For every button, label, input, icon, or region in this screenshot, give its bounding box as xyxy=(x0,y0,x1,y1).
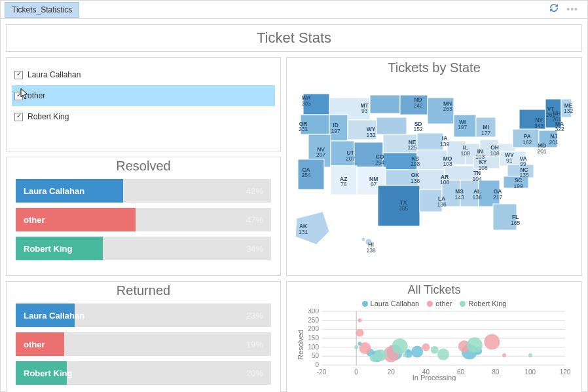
cursor-icon xyxy=(20,88,29,102)
legend: Laura Callahan other Robert King xyxy=(293,300,575,307)
svg-point-92 xyxy=(392,338,408,354)
chart-title: Resolved xyxy=(16,159,271,174)
us-map[interactable]: WA303MT93ND242MN263OR231ID197WY132SD152W… xyxy=(287,81,581,264)
bar-row[interactable]: Robert King 34% xyxy=(16,237,271,260)
scatter-plot[interactable]: 050100150200250300-20020406080100120In P… xyxy=(293,309,575,381)
state-label: PA162 xyxy=(523,134,532,145)
state-label: AL136 xyxy=(473,189,482,200)
state-label: TN104 xyxy=(473,170,482,182)
bar-row[interactable]: Robert King 20% xyxy=(16,361,271,385)
dashboard: Ticket Stats Laura Callahan other Robert… xyxy=(1,19,587,391)
tab-bar: Tickets_Statistics ••• xyxy=(1,1,587,19)
svg-text:-20: -20 xyxy=(317,368,327,376)
state-label: ND242 xyxy=(414,97,423,108)
state-label: WI197 xyxy=(458,119,467,130)
bar-label: Laura Callahan xyxy=(24,311,84,321)
state-label: NJ201 xyxy=(549,134,559,145)
state-label: MD201 xyxy=(538,143,547,154)
state-label: UT207 xyxy=(346,150,355,161)
bar-row[interactable]: other 19% xyxy=(16,332,271,356)
state-label: ME132 xyxy=(564,103,573,114)
chart-title: Tickets by State xyxy=(287,60,581,75)
app-window: Tickets_Statistics ••• Ticket Stats Laur… xyxy=(0,0,588,392)
svg-text:0: 0 xyxy=(315,361,319,368)
state-label: IA139 xyxy=(440,136,449,147)
svg-point-93 xyxy=(403,353,407,357)
state-label: AK131 xyxy=(299,224,308,235)
svg-text:In Processing: In Processing xyxy=(413,374,456,381)
svg-point-94 xyxy=(431,346,439,354)
svg-text:150: 150 xyxy=(308,334,319,342)
state-label: NC135 xyxy=(520,167,529,178)
state-label: WV91 xyxy=(505,152,514,163)
state-label: WA303 xyxy=(302,95,311,106)
bar-value: 19% xyxy=(246,340,263,349)
svg-rect-18 xyxy=(417,133,443,150)
svg-text:200: 200 xyxy=(308,325,319,332)
legend-item: Laura Callahan xyxy=(362,300,420,307)
state-label: HI138 xyxy=(367,242,376,253)
filter-label: Robert King xyxy=(28,112,69,121)
state-label: AR108 xyxy=(440,174,449,186)
checkbox-icon[interactable] xyxy=(14,71,23,79)
state-label: TX355 xyxy=(399,200,408,211)
filter-item-other[interactable]: other xyxy=(12,85,275,106)
legend-item: Robert King xyxy=(460,300,506,307)
returned-chart: Returned Laura Callahan 23% other 19% Ro… xyxy=(6,281,281,392)
svg-point-88 xyxy=(502,353,506,357)
state-label: MS143 xyxy=(455,189,464,200)
state-label: OH108 xyxy=(490,145,500,156)
legend-item: other xyxy=(427,300,452,307)
svg-text:120: 120 xyxy=(560,368,571,376)
state-label: MI177 xyxy=(481,125,490,136)
refresh-icon[interactable] xyxy=(549,3,559,15)
bar-value: 47% xyxy=(246,215,263,225)
svg-text:80: 80 xyxy=(492,368,500,376)
bar-value: 42% xyxy=(246,186,263,196)
checkbox-icon[interactable] xyxy=(14,113,23,121)
svg-point-96 xyxy=(467,337,483,353)
svg-text:250: 250 xyxy=(308,317,319,324)
chart-title: All Tickets xyxy=(293,283,575,297)
filter-item-robert[interactable]: Robert King xyxy=(12,106,275,127)
bar-label: other xyxy=(24,340,45,349)
dashboard-title: Ticket Stats xyxy=(6,24,582,52)
svg-text:100: 100 xyxy=(525,368,536,376)
filter-item-laura[interactable]: Laura Callahan xyxy=(12,64,275,85)
svg-text:Resolved: Resolved xyxy=(297,330,304,360)
state-label: AZ76 xyxy=(340,176,347,187)
state-label: MT93 xyxy=(361,103,369,114)
state-label: OK136 xyxy=(411,172,420,184)
state-label: IL108 xyxy=(461,145,470,156)
svg-point-76 xyxy=(411,346,423,358)
state-label: SC199 xyxy=(514,178,523,189)
svg-point-91 xyxy=(375,349,386,361)
svg-point-95 xyxy=(437,349,449,361)
bar-row[interactable]: Laura Callahan 42% xyxy=(16,179,271,203)
svg-text:20: 20 xyxy=(388,368,395,376)
svg-point-89 xyxy=(354,345,358,349)
state-label: OR231 xyxy=(299,121,308,132)
bar-value: 20% xyxy=(246,368,263,378)
state-label: FL165 xyxy=(511,214,520,225)
bar-row[interactable]: other 47% xyxy=(16,208,271,231)
state-label: MN263 xyxy=(443,101,452,112)
bar-row[interactable]: Laura Callahan 23% xyxy=(16,304,271,327)
all-tickets-chart: All Tickets Laura Callahan other Robert … xyxy=(286,281,582,392)
svg-rect-8 xyxy=(377,117,407,134)
state-label: LA136 xyxy=(437,196,447,207)
bar-label: other xyxy=(24,215,45,225)
svg-point-44 xyxy=(361,237,365,241)
state-label: ID197 xyxy=(331,123,340,134)
state-label: WY132 xyxy=(367,127,376,138)
tab-tickets-statistics[interactable]: Tickets_Statistics xyxy=(5,2,79,18)
bar-value: 34% xyxy=(246,244,263,254)
chart-title: Returned xyxy=(16,283,271,298)
bar-label: Robert King xyxy=(24,368,72,378)
svg-point-87 xyxy=(484,334,500,349)
more-icon[interactable]: ••• xyxy=(566,4,578,14)
state-label: NY343 xyxy=(534,117,543,128)
state-label: VA99 xyxy=(520,156,527,167)
svg-text:300: 300 xyxy=(308,309,319,315)
state-label: GA217 xyxy=(493,189,502,200)
